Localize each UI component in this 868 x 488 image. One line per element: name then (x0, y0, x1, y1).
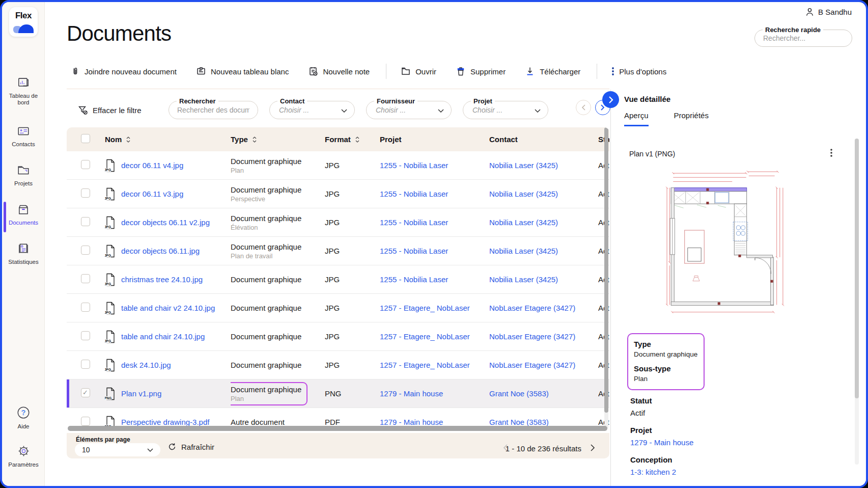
filters-scroll-left-button[interactable] (576, 100, 591, 115)
table-row[interactable]: JPG decor 06.11 v4.jpg Document graphiqu… (67, 151, 609, 180)
tab-apercu[interactable]: Aperçu (624, 111, 649, 126)
folder-icon (401, 66, 411, 76)
table-row[interactable]: JPG decor objects 06.11.jpg Document gra… (67, 237, 609, 265)
panel-scrollbar[interactable] (855, 139, 859, 465)
row-checkbox[interactable] (81, 331, 90, 340)
file-name-link[interactable]: desk 24.10.jpg (121, 361, 171, 369)
row-checkbox-checked[interactable] (81, 388, 90, 397)
contact-link[interactable]: Grant Noe (3583) (489, 418, 549, 426)
file-name-link[interactable]: christmas tree 24.10.jpg (121, 275, 203, 284)
detail-panel-title: Vue détaillée (624, 95, 670, 103)
sidebar-item-dashboard[interactable]: Tableau de bord (2, 76, 45, 106)
project-link[interactable]: 1279 - Main house (380, 418, 443, 426)
more-options-button[interactable]: Plus d'options (611, 66, 666, 76)
table-horizontal-scrollbar[interactable] (68, 426, 607, 431)
sidebar-item-documents[interactable]: Documents (2, 203, 45, 226)
table-row[interactable]: JPG christmas tree 24.10.jpg Document gr… (67, 265, 609, 294)
quick-search-field[interactable]: Recherche rapide (754, 30, 852, 47)
column-header-projet[interactable]: Projet (380, 135, 402, 144)
project-link[interactable]: 1257 - Etagere_ NobLaser (380, 304, 470, 312)
table-row[interactable]: JPG table and chair v2 24.10.jpg Documen… (67, 294, 609, 322)
project-link[interactable]: 1257 - Etagere_ NobLaser (380, 361, 470, 369)
user-menu[interactable]: B Sandhu (805, 7, 852, 17)
refresh-button[interactable]: Rafraîchir (167, 442, 214, 451)
app-logo[interactable]: Flex (9, 7, 38, 37)
per-page-select[interactable]: 10 (75, 443, 160, 456)
file-name-link[interactable]: decor objects 06.11.jpg (121, 247, 200, 255)
file-name-link[interactable]: decor 06.11 v4.jpg (121, 161, 183, 170)
project-link[interactable]: 1255 - Nobilia Laser (380, 218, 448, 227)
row-checkbox[interactable] (81, 188, 90, 198)
row-checkbox[interactable] (81, 160, 90, 169)
contact-link[interactable]: Nobilia Laser (3425) (489, 247, 558, 255)
scrollbar-thumb[interactable] (855, 139, 859, 398)
page-next-button[interactable] (591, 444, 595, 451)
sidebar-item-contacts[interactable]: Contacts (2, 124, 45, 148)
filter-supplier-value: Choisir ... (376, 106, 406, 114)
download-button[interactable]: Télécharger (525, 66, 580, 76)
contact-link[interactable]: NobLaser Etagere (3427) (489, 361, 575, 369)
contact-link[interactable]: Nobilia Laser (3425) (489, 161, 558, 170)
table-row[interactable]: JPG desk 24.10.jpg Document graphique JP… (67, 351, 609, 379)
project-link[interactable]: 1255 - Nobilia Laser (380, 161, 448, 170)
contact-link[interactable]: Nobilia Laser (3425) (489, 218, 558, 227)
table-vertical-scrollbar[interactable] (604, 127, 608, 429)
project-link[interactable]: 1255 - Nobilia Laser (380, 275, 448, 284)
file-name-link[interactable]: table and chair 24.10.jpg (121, 332, 205, 341)
new-note-button[interactable]: Nouvelle note (308, 66, 370, 76)
file-name-link[interactable]: table and chair v2 24.10.jpg (121, 304, 215, 312)
contact-link[interactable]: Nobilia Laser (3425) (489, 189, 558, 198)
contact-link[interactable]: NobLaser Etagere (3427) (489, 304, 575, 312)
project-link[interactable]: 1255 - Nobilia Laser (380, 189, 448, 198)
file-name-link[interactable]: Plan v1.png (121, 389, 161, 398)
project-link[interactable]: 1255 - Nobilia Laser (380, 247, 448, 255)
column-header-format[interactable]: Format (325, 135, 351, 144)
tab-proprietes[interactable]: Propriétés (674, 111, 709, 126)
column-header-nom[interactable]: Nom (105, 135, 122, 144)
row-checkbox[interactable] (81, 274, 90, 283)
project-detail-link[interactable]: 1279 - Main house (630, 438, 693, 447)
new-whiteboard-button[interactable]: Nouveau tableau blanc (196, 66, 289, 76)
panel-collapse-button[interactable] (602, 91, 619, 108)
delete-button[interactable]: Supprimer (456, 66, 506, 76)
row-checkbox[interactable] (81, 360, 90, 369)
filter-contact-dropdown[interactable]: Contact Choisir ... (269, 101, 355, 119)
row-checkbox[interactable] (81, 246, 90, 255)
document-preview-image[interactable] (662, 169, 789, 322)
scrollbar-thumb[interactable] (604, 127, 608, 413)
project-link[interactable]: 1279 - Main house (380, 389, 443, 398)
project-link[interactable]: 1257 - Etagere_ NobLaser (380, 332, 470, 341)
sidebar-item-settings[interactable]: Paramètres (2, 444, 45, 468)
filter-supplier-dropdown[interactable]: Fournisseur Choisir ... (366, 101, 452, 119)
detail-more-options-button[interactable] (830, 148, 833, 158)
table-row[interactable]: JPG decor 06.11 v3.jpg Document graphiqu… (67, 180, 609, 208)
file-name-link[interactable]: decor objects 06.11 v2.jpg (121, 218, 210, 227)
row-checkbox[interactable] (81, 303, 90, 312)
row-checkbox[interactable] (81, 417, 90, 426)
select-all-checkbox[interactable] (81, 134, 90, 143)
filter-search-field[interactable]: Rechercher (169, 101, 258, 119)
table-row-selected[interactable]: PNG Plan v1.png Document graphiquePlan P… (67, 379, 609, 408)
contact-link[interactable]: NobLaser Etagere (3427) (489, 332, 575, 341)
sidebar-item-projects[interactable]: Projets (2, 164, 45, 187)
table-row[interactable]: JPG decor objects 06.11 v2.jpg Document … (67, 208, 609, 237)
clear-filter-button[interactable]: Effacer le filtre (78, 105, 142, 115)
attach-document-button[interactable]: Joindre nouveau document (71, 66, 177, 76)
filter-project-dropdown[interactable]: Projet Choisir ... (463, 101, 548, 119)
sort-icon[interactable] (252, 136, 257, 143)
column-header-type[interactable]: Type (231, 135, 248, 144)
table-row[interactable]: JPG table and chair 24.10.jpg Document g… (67, 322, 609, 351)
conception-detail-link[interactable]: 1-3: kitchen 2 (630, 468, 676, 476)
row-checkbox[interactable] (81, 217, 90, 226)
file-name-link[interactable]: decor 06.11 v3.jpg (121, 189, 183, 198)
sidebar-item-help[interactable]: ? Aide (2, 405, 45, 430)
column-header-contact[interactable]: Contact (489, 135, 518, 144)
open-button[interactable]: Ouvrir (401, 66, 436, 76)
file-name-link[interactable]: Perspective drawing-3.pdf (121, 418, 209, 426)
sort-icon[interactable] (126, 136, 131, 143)
contact-link[interactable]: Nobilia Laser (3425) (489, 275, 558, 284)
filter-clear-icon (78, 105, 88, 115)
contact-link[interactable]: Grant Noe (3583) (489, 389, 549, 398)
sidebar-item-statistics[interactable]: Statistiques (2, 242, 45, 265)
sort-icon[interactable] (355, 136, 360, 143)
